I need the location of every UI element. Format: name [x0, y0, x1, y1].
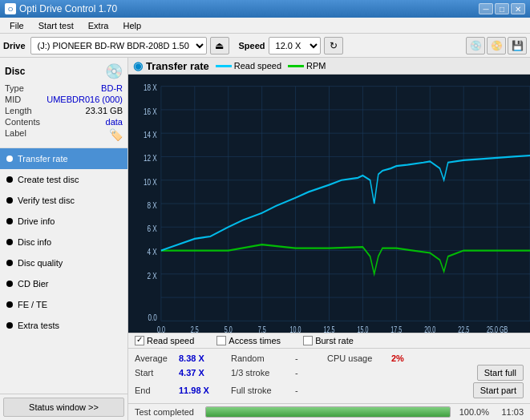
- svg-text:12.5: 12.5: [324, 325, 335, 333]
- status-section: Status window >>: [0, 394, 127, 420]
- label-icon: 🏷️: [109, 128, 123, 141]
- progress-bar-wrap: [205, 406, 451, 418]
- menu-start-test[interactable]: Start test: [32, 19, 80, 32]
- start-full-button[interactable]: Start full: [477, 365, 524, 381]
- burst-rate-checkbox-label: Burst rate: [315, 336, 354, 345]
- nav-label-disc-info: Disc info: [18, 237, 51, 247]
- content-area: ◉ Transfer rate Read speed RPM: [128, 58, 530, 420]
- nav-dot: [6, 155, 13, 162]
- nav-label-transfer-rate: Transfer rate: [18, 154, 68, 164]
- status-window-button[interactable]: Status window >>: [3, 398, 124, 417]
- checkbox-read-speed[interactable]: Read speed: [135, 336, 194, 345]
- nav-item-disc-info[interactable]: Disc info: [0, 232, 127, 252]
- nav-dot: [6, 176, 13, 183]
- access-times-checkbox-label: Access times: [229, 336, 281, 345]
- nav-item-extra-tests[interactable]: Extra tests: [0, 315, 127, 336]
- svg-text:7.5: 7.5: [258, 325, 266, 333]
- window-controls: ─ □ ✕: [479, 3, 525, 14]
- nav-dot: [6, 301, 13, 308]
- average-row: Average 8.38 X Random - CPU usage 2%: [135, 353, 524, 363]
- mid-value: UMEBDR016 (000): [47, 95, 123, 104]
- nav-dot: [6, 197, 13, 204]
- disc-btn-2[interactable]: 📀: [487, 37, 506, 55]
- status-text: Test completed: [135, 407, 199, 417]
- access-times-checkbox[interactable]: [216, 336, 226, 345]
- nav-label-verify-test-disc: Verify test disc: [18, 196, 75, 205]
- svg-text:22.5: 22.5: [458, 325, 469, 333]
- nav-item-fe-te[interactable]: FE / TE: [0, 294, 127, 315]
- stats-section: Average 8.38 X Random - CPU usage 2% Sta…: [128, 348, 530, 403]
- menu-extra[interactable]: Extra: [82, 19, 115, 32]
- nav-label-drive-info: Drive info: [18, 216, 55, 226]
- disc-btn-1[interactable]: 💿: [466, 37, 485, 55]
- svg-text:15.0: 15.0: [357, 325, 368, 333]
- random-label: Random: [231, 353, 295, 363]
- nav-label-fe-te: FE / TE: [18, 300, 47, 309]
- minimize-button[interactable]: ─: [479, 3, 493, 14]
- end-row: End 11.98 X Full stroke - Start part: [135, 382, 524, 398]
- nav-label-create-test-disc: Create test disc: [18, 175, 79, 184]
- svg-text:12 X: 12 X: [144, 153, 157, 164]
- stroke13-value: -: [295, 368, 319, 378]
- nav-item-cd-bier[interactable]: CD Bier: [0, 273, 127, 294]
- menu-file[interactable]: File: [3, 19, 30, 32]
- svg-text:17.5: 17.5: [390, 325, 402, 333]
- disc-label-label: Label: [5, 128, 26, 141]
- close-button[interactable]: ✕: [511, 3, 525, 14]
- burst-rate-checkbox[interactable]: [303, 336, 313, 345]
- svg-text:18 X: 18 X: [144, 83, 157, 93]
- length-value: 23.31 GB: [86, 106, 123, 115]
- disc-icon: 💿: [105, 63, 123, 80]
- chart-title: ◉ Transfer rate: [133, 59, 209, 72]
- maximize-button[interactable]: □: [495, 3, 509, 14]
- svg-text:8 X: 8 X: [148, 200, 157, 210]
- full-stroke-value: -: [295, 386, 319, 395]
- full-stroke-label: Full stroke: [231, 386, 295, 395]
- mid-label: MID: [5, 95, 21, 104]
- nav-item-create-test-disc[interactable]: Create test disc: [0, 169, 127, 190]
- svg-text:14 X: 14 X: [144, 130, 157, 140]
- svg-text:6 X: 6 X: [148, 224, 157, 234]
- read-speed-checkbox[interactable]: [135, 336, 144, 345]
- nav-dot: [6, 260, 13, 266]
- time-text: 11:03: [496, 407, 524, 417]
- nav-item-verify-test-disc[interactable]: Verify test disc: [0, 190, 127, 211]
- nav-dot: [6, 322, 13, 329]
- checkbox-access-times[interactable]: Access times: [216, 336, 281, 345]
- titlebar-left: O Opti Drive Control 1.70: [5, 3, 117, 14]
- checkbox-burst-rate[interactable]: Burst rate: [303, 336, 354, 345]
- start-label: Start: [135, 368, 179, 378]
- nav-dot: [6, 281, 13, 287]
- drive-select[interactable]: (J:) PIONEER BD-RW BDR-208D 1.50: [30, 37, 207, 55]
- legend-rpm: RPM: [288, 61, 326, 71]
- legend-color-read: [216, 65, 232, 67]
- progress-percent: 100.0%: [457, 407, 489, 417]
- sidebar: Disc 💿 Type BD-R MID UMEBDR016 (000) Len…: [0, 58, 128, 420]
- type-value: BD-R: [101, 83, 123, 93]
- chart-header: ◉ Transfer rate Read speed RPM: [128, 58, 530, 75]
- nav-item-disc-quality[interactable]: Disc quality: [0, 252, 127, 273]
- refresh-button[interactable]: ↻: [324, 37, 343, 55]
- chart-area: 18 X 16 X 14 X 12 X 10 X 8 X 6 X 4 X 2 X…: [128, 75, 530, 333]
- nav-item-drive-info[interactable]: Drive info: [0, 211, 127, 232]
- start-part-button[interactable]: Start part: [473, 382, 524, 398]
- svg-text:0.0: 0.0: [157, 325, 165, 333]
- nav-item-transfer-rate[interactable]: Transfer rate: [0, 148, 127, 169]
- chart-svg: 18 X 16 X 14 X 12 X 10 X 8 X 6 X 4 X 2 X…: [128, 75, 530, 333]
- svg-text:20.0: 20.0: [424, 325, 435, 333]
- eject-button[interactable]: ⏏: [210, 37, 229, 55]
- end-label: End: [135, 386, 179, 395]
- nav-label-disc-quality: Disc quality: [18, 258, 63, 268]
- progress-section: Test completed 100.0% 11:03: [128, 403, 530, 420]
- drive-toolbar: Drive (J:) PIONEER BD-RW BDR-208D 1.50 ⏏…: [0, 34, 530, 58]
- save-button[interactable]: 💾: [508, 37, 527, 55]
- checkboxes-row: Read speed Access times Burst rate: [128, 333, 530, 348]
- svg-text:10 X: 10 X: [144, 176, 157, 187]
- average-label: Average: [135, 353, 179, 363]
- speed-select[interactable]: 12.0 X ↓ 8.0 X ↓ 4.0 X ↓: [269, 37, 321, 55]
- app-title: Opti Drive Control 1.70: [19, 3, 117, 14]
- svg-text:2 X: 2 X: [148, 270, 157, 281]
- menu-help[interactable]: Help: [116, 19, 148, 32]
- legend-color-rpm: [288, 65, 304, 67]
- nav-dot: [6, 239, 13, 245]
